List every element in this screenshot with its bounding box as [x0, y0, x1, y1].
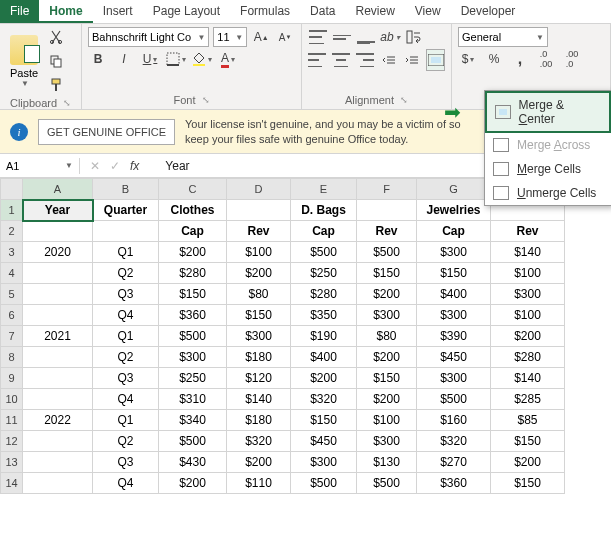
row-header[interactable]: 12 [1, 431, 23, 452]
cell[interactable]: $190 [291, 326, 357, 347]
name-box[interactable]: A1▼ [0, 158, 80, 174]
row-header[interactable]: 11 [1, 410, 23, 431]
cell[interactable]: $300 [417, 305, 491, 326]
tab-data[interactable]: Data [300, 0, 345, 23]
formula-input[interactable]: Year [149, 159, 189, 173]
cell[interactable]: Jewelries [417, 200, 491, 221]
cell[interactable]: $200 [357, 347, 417, 368]
format-painter-button[interactable] [46, 75, 66, 95]
fill-color-button[interactable]: ▾ [192, 49, 212, 69]
cell[interactable]: Quarter [93, 200, 159, 221]
cell[interactable]: Q4 [93, 305, 159, 326]
cell[interactable]: Q1 [93, 326, 159, 347]
decrease-indent-button[interactable] [380, 50, 397, 70]
cell[interactable]: $80 [357, 326, 417, 347]
tab-page-layout[interactable]: Page Layout [143, 0, 230, 23]
cell[interactable]: $450 [291, 431, 357, 452]
row-header[interactable]: 7 [1, 326, 23, 347]
row-header[interactable]: 9 [1, 368, 23, 389]
cell[interactable]: $500 [357, 242, 417, 263]
cell[interactable]: $280 [159, 263, 227, 284]
cell[interactable]: $250 [291, 263, 357, 284]
cell[interactable]: $300 [417, 368, 491, 389]
cell[interactable]: $100 [491, 263, 565, 284]
cell[interactable]: $500 [417, 389, 491, 410]
cell[interactable]: $500 [357, 473, 417, 494]
col-header[interactable]: G [417, 179, 491, 200]
cell[interactable]: $300 [491, 284, 565, 305]
paste-button[interactable]: Paste ▼ [6, 35, 42, 88]
cancel-icon[interactable]: ✕ [90, 159, 100, 173]
cell[interactable] [227, 200, 291, 221]
cell[interactable]: Q2 [93, 263, 159, 284]
cell[interactable]: $150 [291, 410, 357, 431]
cell[interactable]: $500 [291, 242, 357, 263]
row-header[interactable]: 4 [1, 263, 23, 284]
cell[interactable]: Q1 [93, 410, 159, 431]
borders-button[interactable]: ▾ [166, 49, 186, 69]
cell[interactable]: $200 [227, 452, 291, 473]
cell[interactable]: $400 [291, 347, 357, 368]
cut-button[interactable] [46, 27, 66, 47]
cell[interactable]: $100 [491, 305, 565, 326]
cell[interactable]: $500 [159, 326, 227, 347]
cell[interactable] [23, 473, 93, 494]
orientation-button[interactable]: ab▾ [380, 27, 400, 47]
merge-center-button[interactable] [426, 49, 445, 71]
cell[interactable]: $360 [159, 305, 227, 326]
font-color-button[interactable]: A▾ [218, 49, 238, 69]
tab-developer[interactable]: Developer [451, 0, 526, 23]
cell[interactable]: Q2 [93, 347, 159, 368]
get-genuine-button[interactable]: GET GENUINE OFFICE [38, 119, 175, 145]
cell[interactable]: $390 [417, 326, 491, 347]
cell[interactable]: Q2 [93, 431, 159, 452]
cell[interactable]: $150 [357, 368, 417, 389]
decrease-font-button[interactable]: A▼ [275, 27, 295, 47]
underline-button[interactable]: U▾ [140, 49, 160, 69]
increase-indent-button[interactable] [403, 50, 420, 70]
cell[interactable]: $200 [159, 473, 227, 494]
align-center-button[interactable] [332, 50, 350, 70]
cell[interactable]: $180 [227, 347, 291, 368]
cell[interactable]: Cap [417, 221, 491, 242]
cell[interactable]: 2020 [23, 242, 93, 263]
cell[interactable]: $270 [417, 452, 491, 473]
cell[interactable] [23, 305, 93, 326]
dialog-launcher-icon[interactable]: ⤡ [202, 95, 210, 105]
cell[interactable]: $300 [227, 326, 291, 347]
copy-button[interactable] [46, 51, 66, 71]
decrease-decimal-button[interactable]: .00.0 [562, 49, 582, 69]
percent-button[interactable]: % [484, 49, 504, 69]
cell[interactable]: $150 [357, 263, 417, 284]
row-header[interactable]: 8 [1, 347, 23, 368]
tab-insert[interactable]: Insert [93, 0, 143, 23]
row-header[interactable]: 1 [1, 200, 23, 221]
number-format-select[interactable]: General▼ [458, 27, 548, 47]
cell[interactable]: Year [23, 200, 93, 221]
cell[interactable]: $500 [159, 431, 227, 452]
row-header[interactable]: 10 [1, 389, 23, 410]
cell[interactable]: Clothes [159, 200, 227, 221]
cell[interactable]: $310 [159, 389, 227, 410]
cell[interactable]: $180 [227, 410, 291, 431]
cell[interactable]: Cap [291, 221, 357, 242]
cell[interactable]: $150 [159, 284, 227, 305]
cell[interactable] [23, 452, 93, 473]
align-bottom-button[interactable] [356, 27, 376, 47]
cell[interactable] [23, 431, 93, 452]
enter-icon[interactable]: ✓ [110, 159, 120, 173]
tab-formulas[interactable]: Formulas [230, 0, 300, 23]
tab-file[interactable]: File [0, 0, 39, 23]
cell[interactable]: $200 [227, 263, 291, 284]
cell[interactable]: Rev [357, 221, 417, 242]
cell[interactable]: $160 [417, 410, 491, 431]
col-header[interactable]: F [357, 179, 417, 200]
cell[interactable]: $350 [291, 305, 357, 326]
row-header[interactable]: 2 [1, 221, 23, 242]
cell[interactable]: $340 [159, 410, 227, 431]
align-right-button[interactable] [356, 50, 374, 70]
cell[interactable]: $320 [291, 389, 357, 410]
cell[interactable]: $110 [227, 473, 291, 494]
row-header[interactable]: 3 [1, 242, 23, 263]
comma-style-button[interactable]: , [510, 49, 530, 69]
